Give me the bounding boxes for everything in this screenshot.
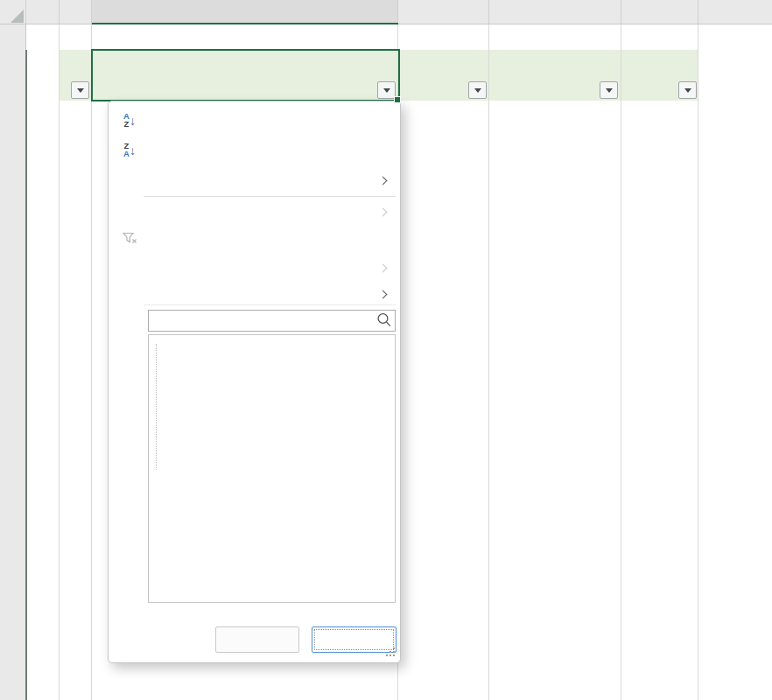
menu-item-sort-descending[interactable]: ZA↓ (109, 136, 400, 163)
select-all-triangle-icon (11, 10, 24, 23)
column-header-a[interactable] (26, 0, 60, 24)
filter-button-population[interactable] (468, 81, 487, 99)
column-header-f[interactable] (621, 0, 698, 24)
dropdown-arrow-icon (606, 88, 613, 93)
dropdown-arrow-icon (684, 88, 691, 93)
sort-ascending-icon: AZ↓ (117, 112, 142, 128)
ok-button[interactable] (215, 626, 299, 653)
column-header-b[interactable] (60, 0, 92, 24)
select-all-corner[interactable] (0, 0, 26, 24)
dropdown-arrow-icon (474, 88, 481, 93)
active-column-underline (92, 23, 398, 24)
gutter-edge (25, 24, 26, 50)
column-header-d[interactable] (398, 0, 489, 24)
submenu-chevron-icon (379, 207, 388, 216)
menu-item-text-filter[interactable] (109, 282, 400, 306)
filter-button-area[interactable] (600, 81, 618, 99)
autofilter-menu: AZ↓ ZA↓ (108, 101, 401, 663)
clear-filter-funnel-icon (117, 232, 142, 248)
menu-separator (144, 196, 396, 197)
fill-handle[interactable] (394, 96, 401, 103)
menu-item-clear-filter (109, 228, 400, 252)
cancel-button[interactable] (312, 626, 397, 653)
menu-item-color-filter (109, 256, 400, 280)
active-cell-border (91, 49, 400, 102)
gutter-edge-dark (25, 50, 27, 700)
dropdown-arrow-icon (77, 88, 84, 93)
tree-guide-line (156, 344, 157, 470)
filter-button-density[interactable] (678, 81, 697, 99)
submenu-chevron-icon (379, 263, 388, 272)
submenu-chevron-icon (379, 176, 388, 185)
menu-item-sheet-view (109, 200, 400, 224)
column-header-e[interactable] (489, 0, 621, 24)
column-header-g[interactable] (698, 0, 772, 24)
menu-separator (144, 304, 396, 305)
column-header-c[interactable] (92, 0, 398, 24)
menu-item-sort-by-color[interactable] (109, 168, 400, 192)
row-header-gutter (0, 24, 26, 700)
filter-button-no[interactable] (71, 81, 89, 99)
search-input[interactable] (148, 310, 396, 332)
submenu-chevron-icon (379, 290, 388, 298)
search-icon (376, 312, 391, 331)
filter-value-list (148, 334, 396, 603)
excel-worksheet: AZ↓ ZA↓ (0, 0, 772, 700)
sort-descending-icon: ZA↓ (117, 142, 142, 158)
resize-grip[interactable] (385, 648, 396, 658)
menu-item-sort-ascending[interactable]: AZ↓ (109, 107, 400, 133)
